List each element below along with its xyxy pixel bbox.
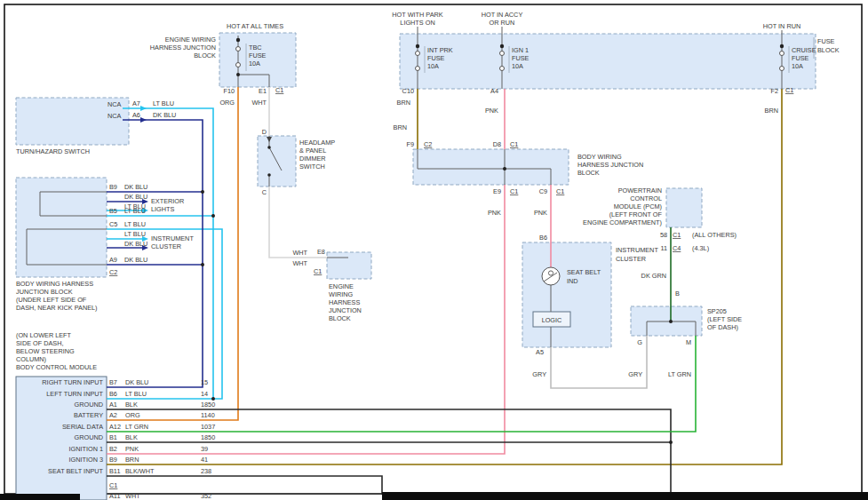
instrument-cluster-box xyxy=(522,242,611,347)
ign1-fuse-label-2: FUSE xyxy=(512,54,530,62)
engine-jb-name-2: HARNESS JUNCTION xyxy=(150,44,216,52)
bcm-row-color: BLK xyxy=(125,401,138,409)
wire-label-ic-ltblu: LT BLU xyxy=(124,230,146,238)
wire-ltgrn-serialdata xyxy=(107,336,696,432)
bottom-bar-left xyxy=(0,494,80,500)
bcm-row-color-a11: WHT xyxy=(125,492,140,500)
bcm-row-pin: A2 xyxy=(109,411,117,419)
ign1-fuse-top xyxy=(500,52,505,56)
bcm-note-1: (ON LOWER LEFT xyxy=(16,331,72,339)
bcm-row-circuit: 39 xyxy=(201,445,208,453)
conn-c2-jb-left: C2 xyxy=(109,268,117,276)
cruise-fuse-top xyxy=(780,52,784,56)
bcm-row-circuit: 238 xyxy=(201,467,211,475)
wire-label-dkblu-a6: DK BLU xyxy=(153,111,176,119)
cruise-fuse-bottom xyxy=(780,67,784,71)
wire-label-pnk: PNK xyxy=(485,107,498,115)
arrow-a6 xyxy=(140,117,147,123)
pin-a5-cluster: A5 xyxy=(536,348,544,356)
pin-e8: E8 xyxy=(317,248,325,256)
conn-c1-engine-jb-mid: C1 xyxy=(314,267,322,275)
body-junction-block-right-box xyxy=(413,149,569,185)
tbc-fuse-label-3: 10A xyxy=(249,60,260,67)
bcm-row-pin-a11: A11 xyxy=(109,492,120,500)
sp205-name-3: OF DASH) xyxy=(707,323,738,331)
hot-accy-label-2: OR RUN xyxy=(490,19,515,27)
bcm-row-color: LT BLU xyxy=(125,390,147,398)
bcm-row-circuit: 15 xyxy=(201,378,208,386)
jb-left-name-4: DASH, NEAR KICK PANEL) xyxy=(16,304,98,312)
engine-jb-mid-name-2: WIRING xyxy=(329,290,353,298)
bcm-row-pin: B9 xyxy=(109,456,117,464)
bcm-row-circuit-a11: 352 xyxy=(201,492,211,500)
wire-label-wht-e1: WHT xyxy=(251,99,267,107)
intprk-fuse-bottom xyxy=(416,67,420,71)
pin-a4: A4 xyxy=(490,87,498,95)
pin-m-sp205: M xyxy=(686,338,691,346)
conn-c1-bcm: C1 xyxy=(109,481,117,489)
wire-pnk-e9-ignition1 xyxy=(107,185,505,454)
bcm-row-pin: A12 xyxy=(109,423,121,431)
bcm-row-circuit: 1037 xyxy=(201,423,215,431)
pin-d8: D8 xyxy=(493,140,501,148)
dimmer-name-3: DIMMER xyxy=(299,155,326,163)
pin-b9-jb: B9 xyxy=(109,183,117,191)
engine-junction-block-mid-box xyxy=(327,252,371,279)
engine-jb-name-3: BLOCK xyxy=(194,52,216,60)
intprk-fuse-label-2: FUSE xyxy=(427,54,445,62)
pin-b5-jb: B5 xyxy=(109,207,117,215)
cluster-name-2: CLUSTER xyxy=(616,255,646,263)
hot-park-label-2: LIGHTS ON xyxy=(400,19,434,27)
cruise-fuse-label-1: CRUISE xyxy=(792,46,816,54)
tbc-fuse-label-1: TBC xyxy=(249,44,262,52)
pin-a6: A6 xyxy=(132,111,140,119)
tbc-fuse-label-2: FUSE xyxy=(249,52,267,60)
wire-blkwht-seatbelt xyxy=(107,476,382,495)
pcm-name-4: (LEFT FRONT OF xyxy=(609,210,663,218)
wire-label-c5: LT BLU xyxy=(124,220,146,228)
pin-c9: C9 xyxy=(539,187,547,195)
bcm-row-pin: B1 xyxy=(109,433,117,441)
wire-label-wht-1: WHT xyxy=(292,249,307,257)
pcm-name-5: ENGINE COMPARTMENT) xyxy=(583,218,662,226)
wire-label-ext-ltblu: LT BLU xyxy=(124,202,146,210)
tbc-fuse-bottom xyxy=(236,63,241,67)
ign1-fuse-label-1: IGN 1 xyxy=(512,46,529,54)
jb-right-name-2: HARNESS JUNCTION xyxy=(577,161,643,169)
bcm-row-circuit: 1850 xyxy=(201,433,215,441)
bcm-row-pin: B6 xyxy=(109,390,117,398)
pcm-note-43l: (4.3L) xyxy=(692,244,709,252)
wire-label-brn-1: BRN xyxy=(397,99,410,107)
pin-f2: F2 xyxy=(770,87,778,95)
wire-label-ic-dkblu: DK BLU xyxy=(124,240,147,248)
bcm-row-label: IGNITION 3 xyxy=(68,456,103,464)
seat-belt-ind-label-2: IND xyxy=(567,277,578,285)
wire-ltblu-c5 xyxy=(107,229,222,399)
bcm-row-circuit: 14 xyxy=(201,390,208,398)
bcm-row-pin: A1 xyxy=(109,401,117,409)
pin-b6-cluster: B6 xyxy=(539,234,547,242)
pcm-name-1: POWERTRAIN xyxy=(618,187,662,194)
seat-belt-indicator-symbol xyxy=(542,267,560,285)
bcm-row-label: RIGHT TURN INPUT xyxy=(42,378,103,386)
pin-f9: F9 xyxy=(406,140,414,148)
bcm-row-label: GROUND xyxy=(75,433,103,441)
logic-label: LOGIC xyxy=(542,316,562,324)
pcm-name-3: MODULE (PCM) xyxy=(614,202,662,210)
pin-b-sp205: B xyxy=(675,290,680,298)
wire-label-ltgrn: LT GRN xyxy=(668,370,691,378)
bcm-row-label: IGNITION 1 xyxy=(68,445,103,453)
conn-c1-fuse-block: C1 xyxy=(785,86,793,94)
bcm-note-4: COLUMN) xyxy=(16,355,46,363)
pin-c-dimmer: C xyxy=(262,188,267,196)
wiring-diagram-page: HOT AT ALL TIMES ENGINE WIRING HARNESS J… xyxy=(0,0,868,500)
exterior-lights-label-2: LIGHTS xyxy=(151,205,174,213)
pin-g-sp205: G xyxy=(637,338,642,346)
nca-label-2: NCA xyxy=(108,112,122,120)
arrow-a7 xyxy=(140,106,147,111)
pin-e1: E1 xyxy=(259,87,267,95)
jb-left-name-3: (UNDER LEFT SIDE OF xyxy=(16,296,87,304)
wire-label-b9: DK BLU xyxy=(124,183,147,191)
engine-jb-mid-name-1: ENGINE xyxy=(329,282,354,290)
sp205-name-2: (LEFT SIDE xyxy=(707,315,742,323)
